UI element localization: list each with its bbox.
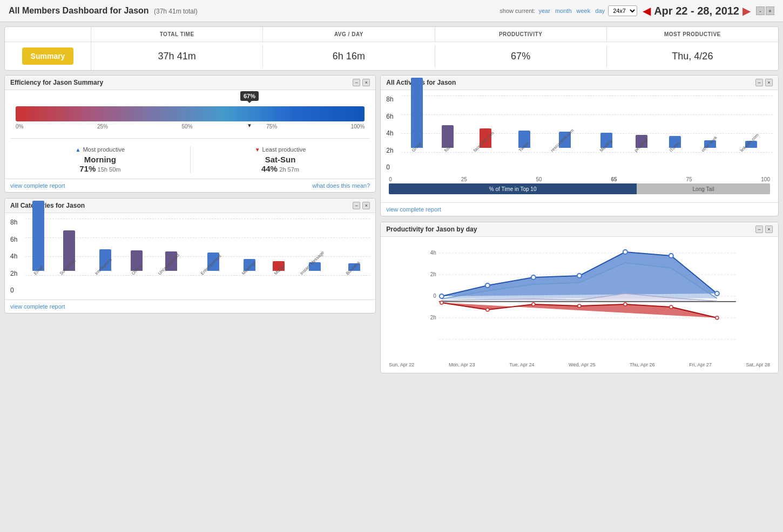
bar-rect — [32, 201, 44, 271]
svg-point-21 — [440, 301, 443, 304]
page-title: All Members Dashboard for Jason — [9, 6, 149, 15]
categories-bar-item: Uncategorized — [157, 251, 185, 294]
bar-label: Instant Message — [299, 250, 337, 288]
efficiency-bar — [16, 106, 364, 121]
categories-bar-item: Intelligence — [94, 249, 116, 294]
categories-bar-item: Business — [345, 263, 362, 294]
summary-header-avg-day: AVG / DAY — [263, 27, 435, 42]
next-week-arrow[interactable]: ▶ — [742, 4, 751, 17]
bar-label: Uncategorized — [157, 253, 192, 288]
categories-panel-header: All Categories for Jason – × — [5, 199, 375, 213]
header-controls: show current: year month week day 24x7 ◀… — [500, 4, 774, 17]
svg-text:2h: 2h — [430, 315, 436, 320]
up-arrow-icon: ▲ — [76, 147, 81, 153]
productivity-panel-header: Productivity for Jason by day – × — [381, 222, 778, 237]
efficiency-view-report-link[interactable]: view complete report — [10, 182, 65, 189]
activities-bar-item: food — [442, 125, 454, 171]
productivity-x-labels: Sun, Apr 22 Mon, Apr 23 Tue, Apr 24 Wed,… — [386, 362, 773, 367]
categories-minimize-btn[interactable]: – — [353, 202, 360, 209]
svg-point-22 — [486, 308, 489, 311]
activities-panel-body: 8h 6h 4h 2h 0 Gmailfoodfacebook.comTwitt… — [381, 90, 778, 202]
svg-point-23 — [532, 303, 535, 306]
prev-week-arrow[interactable]: ◀ — [643, 4, 651, 17]
categories-panel-body: 8h 6h 4h 2h 0 EmailSocial Net.Intelligen… — [5, 213, 375, 299]
categories-panel-controls: – × — [353, 202, 370, 209]
efficiency-panel: Efficiency for Jason Summary – × 67% ▼ 0… — [4, 75, 376, 193]
productivity-svg: 4h 2h 0 2h — [386, 242, 773, 361]
activities-bars: Gmailfoodfacebook.comTwitterrescuetime.c… — [401, 96, 773, 171]
activities-chart-area: Gmailfoodfacebook.comTwitterrescuetime.c… — [401, 96, 773, 171]
svg-point-17 — [577, 274, 582, 278]
summary-header-row: TOTAL TIME AVG / DAY PRODUCTIVITY MOST P… — [5, 27, 778, 42]
productivity-panel: Productivity for Jason by day – × — [380, 222, 779, 373]
svg-point-25 — [624, 303, 627, 306]
categories-panel-footer: view complete report — [5, 299, 375, 313]
header: All Members Dashboard for Jason (37h 41m… — [0, 0, 783, 22]
period-month[interactable]: month — [555, 8, 572, 14]
efficiency-panel-title: Efficiency for Jason Summary — [10, 79, 103, 86]
summary-badge: Summary — [22, 47, 74, 65]
categories-bar-item: Meetings — [241, 259, 258, 294]
efficiency-tooltip: 67% — [240, 91, 259, 101]
bar-label: linkedin.com — [739, 133, 772, 165]
activities-bar-item: Twitter — [518, 131, 531, 171]
categories-view-report-link[interactable]: view complete report — [10, 303, 65, 310]
efficiency-details: ▲ Most productive Morning 71% 15h 50m ▼ … — [10, 138, 370, 173]
zoom-in-icon[interactable]: + — [766, 6, 774, 15]
svg-point-14 — [440, 294, 444, 298]
progress-bar-tail: Long Tail — [637, 183, 770, 194]
summary-data-row: Summary 37h 41m 6h 16m 67% Thu, 4/26 — [5, 42, 778, 70]
categories-chart-area: EmailSocial Net.IntelligenceOfflineUncat… — [25, 219, 370, 294]
productivity-close-btn[interactable]: × — [765, 226, 773, 233]
categories-bar-item: Email — [32, 201, 44, 294]
x-label-5: Fri, Apr 27 — [689, 362, 712, 367]
activities-chart-wrapper: 8h 6h 4h 2h 0 Gmailfoodfacebook.comTwitt… — [401, 96, 773, 171]
right-column: All Activities for Jason – × 8h 6h 4h 2h… — [380, 75, 779, 379]
summary-header-total-time: TOTAL TIME — [91, 27, 263, 42]
productivity-panel-body: 4h 2h 0 2h — [381, 237, 778, 373]
bar-label: Entertainment — [200, 254, 234, 288]
least-productive-percent: 44% — [261, 164, 278, 173]
summary-most-productive: Thu, 4/26 — [607, 45, 778, 67]
productivity-panel-title: Productivity for Jason by day — [386, 226, 477, 233]
schedule-select[interactable]: 24x7 — [608, 5, 637, 16]
efficiency-minimize-btn[interactable]: – — [353, 79, 360, 86]
svg-point-27 — [716, 316, 719, 319]
activities-bar-item: other work — [700, 140, 720, 171]
efficiency-what-means-link[interactable]: what does this mean? — [312, 182, 370, 189]
zoom-controls: - + — [756, 6, 774, 15]
activities-minimize-btn[interactable]: – — [755, 79, 763, 86]
progress-bar-filled: % of Time in Top 10 — [389, 183, 637, 194]
summary-header-most-productive: MOST PRODUCTIVE — [607, 27, 778, 42]
most-productive-value: Morning — [16, 155, 185, 164]
categories-bar-item: Instant Message — [299, 262, 331, 294]
activities-bar-item: personal — [633, 135, 650, 171]
svg-point-24 — [578, 304, 581, 308]
efficiency-close-btn[interactable]: × — [362, 79, 370, 86]
period-week[interactable]: week — [577, 8, 591, 14]
least-productive-col: ▼ Least productive Sat-Sun 44% 2h 57m — [191, 146, 370, 173]
productivity-minimize-btn[interactable]: – — [755, 226, 763, 233]
activities-panel-footer: view complete report — [381, 202, 778, 216]
period-day[interactable]: day — [595, 8, 605, 14]
activities-close-btn[interactable]: × — [765, 79, 773, 86]
categories-bar-item: Social Net. — [59, 230, 80, 294]
show-current-group: show current: year month week day 24x7 — [500, 5, 637, 16]
categories-bars: EmailSocial Net.IntelligenceOfflineUncat… — [25, 219, 370, 294]
summary-avg-day: 6h 16m — [263, 45, 435, 67]
efficiency-panel-footer: view complete report what does this mean… — [5, 179, 375, 192]
bar-label: Email — [33, 265, 56, 288]
bar-rect — [411, 78, 423, 148]
activities-panel: All Activities for Jason – × 8h 6h 4h 2h… — [380, 75, 779, 216]
activities-view-report-link[interactable]: view complete report — [386, 206, 441, 213]
categories-bar-item: Entertainment — [200, 253, 227, 294]
summary-total-time: 37h 41m — [91, 45, 263, 67]
zoom-out-icon[interactable]: - — [756, 6, 765, 15]
categories-close-btn[interactable]: × — [362, 202, 370, 209]
least-productive-value: Sat-Sun — [196, 155, 365, 164]
categories-panel: All Categories for Jason – × 8h 6h 4h 2h… — [4, 198, 376, 313]
svg-text:2h: 2h — [430, 271, 436, 277]
activities-bar-item: iTunes — [669, 136, 681, 171]
activities-y-axis: 8h 6h 4h 2h 0 — [386, 96, 393, 171]
period-year[interactable]: year — [538, 8, 550, 14]
